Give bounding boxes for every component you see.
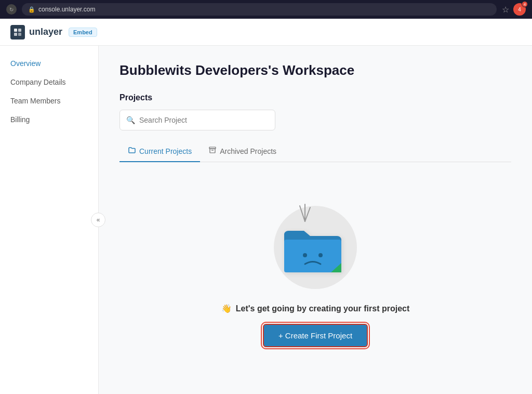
tab-current-projects-label: Current Projects — [139, 147, 192, 155]
empty-state-text: Let's get going by creating your first p… — [236, 304, 410, 313]
bookmark-icon[interactable]: ☆ — [502, 5, 509, 15]
empty-state: 👋 Let's get going by creating your first… — [119, 175, 511, 368]
folder-svg — [279, 216, 347, 279]
archive-icon — [208, 146, 217, 156]
empty-illustration — [263, 195, 367, 289]
app-header: unlayer Embed — [0, 19, 532, 46]
folder-illustration — [279, 216, 347, 281]
sidebar-item-overview[interactable]: Overview — [0, 54, 98, 73]
sidebar-item-team-members[interactable]: Team Members — [0, 91, 98, 110]
search-input[interactable] — [139, 116, 269, 124]
tab-current-projects[interactable]: Current Projects — [119, 141, 200, 162]
svg-rect-5 — [210, 149, 215, 153]
sidebar: Overview Company Details Team Members Bi… — [0, 46, 99, 394]
avatar-label: 4 — [518, 7, 521, 12]
tab-archived-projects-label: Archived Projects — [220, 147, 276, 155]
browser-controls: ↻ — [6, 4, 17, 15]
svg-rect-3 — [18, 33, 21, 36]
svg-rect-2 — [14, 33, 17, 36]
search-box: 🔍 — [119, 110, 275, 130]
embed-badge: Embed — [69, 28, 97, 37]
search-icon: 🔍 — [126, 116, 135, 124]
svg-rect-0 — [14, 29, 17, 32]
create-first-project-button[interactable]: + Create First Project — [263, 324, 368, 347]
app-body: Overview Company Details Team Members Bi… — [0, 46, 532, 394]
svg-rect-10 — [284, 240, 341, 272]
svg-rect-1 — [18, 29, 21, 32]
sidebar-collapse-button[interactable]: « — [91, 213, 105, 227]
folder-icon — [128, 146, 136, 156]
sidebar-item-company-details[interactable]: Company Details — [0, 73, 98, 91]
reload-button[interactable]: ↻ — [6, 4, 17, 15]
tab-archived-projects[interactable]: Archived Projects — [200, 141, 285, 162]
create-btn-label: + Create First Project — [278, 331, 352, 340]
logo-area: unlayer — [10, 25, 62, 40]
wave-emoji: 👋 — [221, 304, 232, 313]
workspace-title: Bubblewits Developers's Workspace — [119, 62, 511, 78]
logo-icon — [10, 25, 25, 40]
address-bar: 🔒 console.unlayer.com — [22, 3, 497, 16]
project-tabs: Current Projects Archived Projects — [119, 141, 511, 162]
url-text: console.unlayer.com — [38, 6, 95, 13]
security-icon: 🔒 — [28, 6, 35, 13]
main-content: Bubblewits Developers's Workspace Projec… — [99, 46, 532, 394]
browser-chrome: ↻ 🔒 console.unlayer.com ☆ 4 4 — [0, 0, 532, 19]
svg-point-11 — [303, 253, 307, 257]
user-avatar[interactable]: 4 4 — [513, 3, 526, 16]
browser-actions: ☆ 4 4 — [502, 3, 526, 16]
logo-text: unlayer — [29, 27, 62, 37]
sidebar-item-billing[interactable]: Billing — [0, 110, 98, 129]
projects-section-title: Projects — [119, 93, 511, 102]
empty-state-message: 👋 Let's get going by creating your first… — [221, 304, 410, 313]
notification-badge: 4 — [522, 1, 528, 7]
svg-point-12 — [318, 253, 323, 257]
